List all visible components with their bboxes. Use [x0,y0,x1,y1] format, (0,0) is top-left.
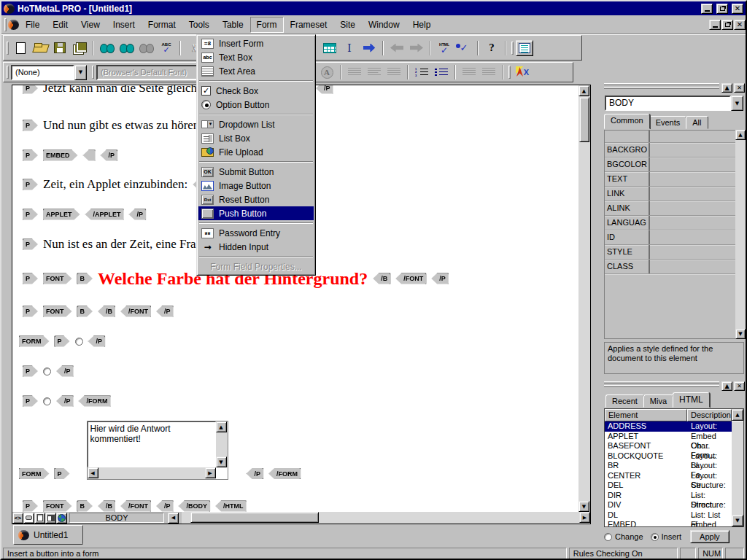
element-selector-combo[interactable]: BODY ▼ [605,96,743,111]
hotmetal-app-icon[interactable] [4,4,15,14]
menu-item-file-upload[interactable]: File Upload [198,145,314,159]
menu-window[interactable]: Window [362,17,406,33]
menu-form[interactable]: Form [250,17,284,33]
menu-help[interactable]: Help [406,17,438,33]
textarea-horizontal-scrollbar[interactable]: ◀ ▶ [88,467,216,479]
find-next-button[interactable] [117,39,136,57]
scrollbar-thumb[interactable] [190,512,319,523]
find-button[interactable] [98,39,117,57]
tag-p-end[interactable]: /P [56,366,74,377]
hotmetal-special-button[interactable] [513,63,532,81]
attribute-row[interactable] [605,131,735,143]
tag-p-end[interactable]: /P [247,468,264,479]
document-tab-untitled1[interactable]: Untitled1 [13,525,83,545]
help-button[interactable]: ? [482,39,501,57]
scroll-left-icon[interactable]: ◀ [88,467,98,478]
tag-p-start[interactable]: P [23,273,38,284]
element-row-dir[interactable]: DIRList: Direct... [605,491,732,501]
insert-radio[interactable] [651,533,659,541]
show-tags-button[interactable]: <> [12,513,23,524]
scroll-up-icon[interactable]: ▲ [732,409,743,421]
validate-html-button[interactable]: HTML✓ [435,39,454,57]
tag-font-end[interactable]: /FONT [120,501,151,512]
scroll-right-icon[interactable]: ▶ [205,467,216,478]
tag-form-end[interactable]: /FORM [79,396,111,407]
document-icon[interactable] [8,20,19,30]
menu-item-text-area[interactable]: Text Area [198,64,314,78]
tag-p-end[interactable]: /P [129,209,147,220]
scroll-down-icon[interactable]: ▼ [216,456,227,467]
attribute-row[interactable]: TEXT [605,172,735,187]
element-row-dl[interactable]: DLList: List of... [605,510,732,521]
layout-view-button[interactable] [45,513,56,524]
element-list-toggle-button[interactable] [516,40,533,56]
menu-item-push-button[interactable]: Push Button [198,206,314,220]
browser-preview-button[interactable] [56,513,67,524]
textarea-text[interactable]: Hier wird die Antwort kommentiert! [88,421,216,467]
menu-table[interactable]: Table [216,17,250,33]
new-document-button[interactable] [11,39,30,57]
element-list-scrollbar[interactable]: ▼ [732,421,743,526]
toolbar-grip[interactable] [92,66,94,79]
panel-grip[interactable] [604,381,719,384]
tag-p-start[interactable]: P [23,239,38,250]
change-radio[interactable] [604,533,612,541]
save-all-button[interactable] [70,39,89,57]
publish-button[interactable] [360,39,379,57]
tag-font-end[interactable]: /FONT [120,306,151,317]
element-row-embed[interactable]: EMBEDEmbed Ob... [605,520,732,526]
element-row-del[interactable]: DELStructure: ... [605,481,732,491]
attribute-row[interactable]: STYLE [605,245,735,260]
tab-html[interactable]: HTML [673,392,710,408]
tag-font-start[interactable]: FONT [43,501,72,512]
tag-font-start[interactable]: FONT [43,273,72,284]
tag-html-end[interactable]: /HTML [215,501,247,512]
font-color-button[interactable]: A [317,63,336,81]
restore-button[interactable] [716,4,728,14]
tags-view-button[interactable] [23,513,34,524]
bullet-list-button[interactable] [432,63,451,81]
menu-format[interactable]: Format [142,17,182,33]
panel-grip[interactable] [604,83,719,85]
attribute-row[interactable]: ID [605,230,735,245]
menu-frameset[interactable]: Frameset [284,17,334,33]
align-left-button[interactable] [345,63,364,81]
menu-item-reset-button[interactable]: Reset Button [198,192,314,206]
document-horizontal-scrollbar[interactable]: ▶ [182,512,590,524]
tag-applet-start[interactable]: APPLET [43,209,80,220]
tag-embed-end[interactable] [83,150,96,161]
tab-recent[interactable]: Recent [605,394,644,408]
tag-embed-start[interactable]: EMBED [43,150,78,161]
panel-close-icon[interactable]: ✕ [734,83,745,93]
menu-item-form-field-properties[interactable]: Form Field Properties... [198,260,314,273]
tag-p-start[interactable]: P [23,306,38,317]
find-in-site-button[interactable] [137,39,156,57]
tab-common[interactable]: Common [604,114,650,129]
tab-events[interactable]: Events [649,116,687,129]
element-row-applet[interactable]: APPLETEmbed Ob... [605,432,732,442]
attribute-value[interactable] [650,158,735,171]
scroll-down-icon[interactable]: ▼ [732,515,743,526]
attribute-value[interactable] [650,187,735,201]
scroll-down-icon[interactable]: ▼ [735,329,746,339]
column-description[interactable]: Description [687,409,732,421]
attribute-value[interactable] [650,201,735,215]
toolbar-grip[interactable] [511,42,514,55]
tag-p-start[interactable]: P [23,85,38,94]
attribute-value[interactable] [650,143,735,157]
textarea-preview[interactable]: Hier wird die Antwort kommentiert! ▲ ▼ ◀… [87,421,228,480]
menu-file[interactable]: File [19,17,46,33]
tag-p-end[interactable]: /P [431,273,449,284]
tag-p-end[interactable]: /P [88,336,106,347]
tag-b-end[interactable]: /B [98,306,115,317]
radio-input-preview[interactable] [75,338,83,346]
toolbar-grip[interactable] [4,18,7,31]
chevron-down-icon[interactable]: ▼ [74,65,87,80]
tab-all[interactable]: All [686,116,708,129]
tag-font-end[interactable]: /FONT [395,273,426,284]
menu-tools[interactable]: Tools [182,17,216,33]
attribute-row[interactable]: LINK [605,187,735,201]
mdi-minimize-button[interactable] [709,20,721,30]
menu-insert[interactable]: Insert [107,17,142,33]
menu-item-image-button[interactable]: Image Button [198,179,314,192]
